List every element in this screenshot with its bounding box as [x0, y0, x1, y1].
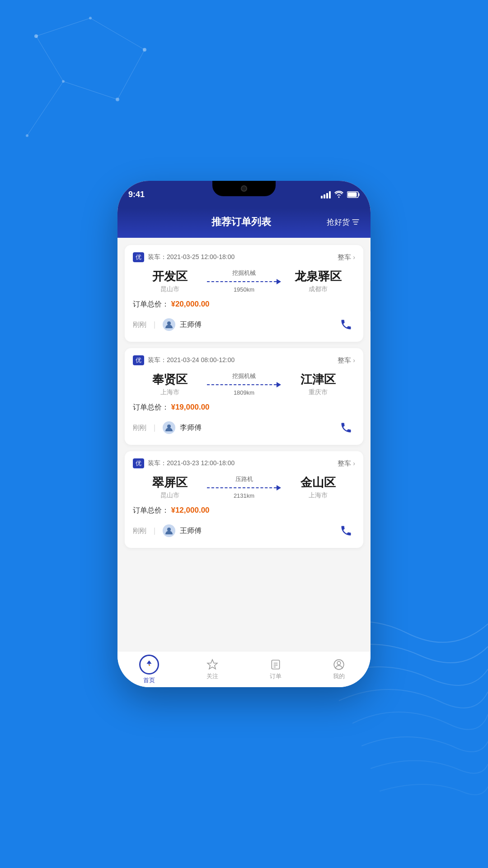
driver-row-3: 刚刚 ｜ 王师傅 [133, 522, 355, 540]
svg-line-10 [117, 50, 145, 99]
follow-icon [206, 659, 218, 670]
chevron-icon-1: › [353, 254, 355, 261]
to-location-2: 江津区 重庆市 [281, 372, 355, 396]
svg-point-0 [34, 34, 38, 38]
svg-line-8 [36, 36, 63, 81]
avatar-3 [163, 524, 175, 537]
bottom-nav: 首页 关注 订单 我的 [117, 651, 371, 687]
cargo-type-label-3: 整车 [338, 459, 351, 468]
svg-rect-14 [348, 192, 357, 197]
driver-row-2: 刚刚 ｜ 李师傅 [133, 419, 355, 437]
home-icon [144, 660, 154, 670]
order-list[interactable]: 优 装车：2021-03-25 12:00-18:00 整车 › 开发区 昆山市… [117, 238, 371, 651]
driver-row-1: 刚刚 ｜ 王师傅 [133, 316, 355, 334]
mine-icon [333, 659, 345, 670]
route-middle-1: 挖掘机械 1950km [207, 269, 281, 293]
route-section-3: 翠屏区 昆山市 压路机 2131km 金山区 上海市 [133, 475, 355, 500]
camera-notch [241, 185, 247, 192]
nav-label-follow: 关注 [206, 672, 218, 680]
call-button-3[interactable] [337, 522, 355, 540]
time-ago-2: 刚刚 [133, 424, 146, 432]
status-time: 9:41 [128, 190, 145, 199]
price-row-2: 订单总价： ¥19,000.00 [133, 403, 355, 412]
route-middle-2: 挖掘机械 1809km [207, 372, 281, 396]
route-section-1: 开发区 昆山市 挖掘机械 1950km 龙泉驿区 成都市 [133, 269, 355, 293]
order-card-1[interactable]: 优 装车：2021-03-25 12:00-18:00 整车 › 开发区 昆山市… [125, 245, 363, 342]
chevron-icon-3: › [353, 460, 355, 467]
to-location-1: 龙泉驿区 成都市 [281, 269, 355, 293]
route-arrow-3 [207, 485, 281, 491]
route-middle-3: 压路机 2131km [207, 475, 281, 499]
svg-marker-19 [207, 660, 217, 669]
svg-line-7 [90, 18, 145, 50]
grab-goods-button[interactable]: 抢好货 [327, 217, 360, 227]
you-badge-1: 优 [133, 252, 144, 262]
status-bar: 9:41 [117, 181, 371, 208]
time-ago-1: 刚刚 [133, 321, 146, 329]
from-location-1: 开发区 昆山市 [133, 269, 207, 293]
nav-label-orders: 订单 [270, 672, 282, 680]
from-location-3: 翠屏区 昆山市 [133, 475, 207, 500]
svg-point-4 [116, 98, 119, 101]
svg-point-5 [26, 134, 28, 137]
card-header-2: 优 装车：2021-03-24 08:00-12:00 整车 › [133, 355, 355, 365]
app-header: 推荐订单列表 抢好货 [117, 208, 371, 238]
svg-point-15 [167, 321, 171, 325]
you-badge-3: 优 [133, 458, 144, 468]
svg-line-11 [27, 81, 63, 136]
phone-icon-2 [340, 421, 352, 434]
phone-frame: 9:41 推荐订单列表 抢好货 [117, 181, 371, 687]
price-amount-2: ¥19,000.00 [171, 403, 209, 411]
from-location-2: 奉贤区 上海市 [133, 372, 207, 396]
nav-item-orders[interactable]: 订单 [244, 659, 307, 680]
phone-icon-3 [340, 524, 352, 537]
avatar-2 [163, 421, 175, 434]
order-card-2[interactable]: 优 装车：2021-03-24 08:00-12:00 整车 › 奉贤区 上海市… [125, 348, 363, 445]
signal-icon [321, 190, 331, 198]
status-icons [321, 190, 360, 198]
driver-name-1: 王师傅 [180, 320, 202, 330]
svg-line-9 [63, 81, 117, 99]
route-section-2: 奉贤区 上海市 挖掘机械 1809km 江津区 重庆市 [133, 372, 355, 396]
power-button [370, 280, 371, 312]
route-arrow-1 [207, 279, 281, 284]
nav-item-follow[interactable]: 关注 [181, 659, 244, 680]
cargo-type-label-2: 整车 [338, 356, 351, 365]
load-time-3: 装车：2021-03-23 12:00-18:00 [148, 459, 235, 467]
you-badge-2: 优 [133, 355, 144, 365]
order-card-3[interactable]: 优 装车：2021-03-23 12:00-18:00 整车 › 翠屏区 昆山市… [125, 451, 363, 548]
svg-point-16 [167, 425, 171, 428]
svg-point-2 [143, 48, 146, 52]
svg-point-3 [62, 80, 65, 83]
driver-name-3: 王师傅 [180, 526, 202, 536]
nav-item-home[interactable]: 首页 [117, 655, 181, 684]
svg-rect-20 [272, 660, 279, 669]
orders-icon [270, 659, 282, 670]
svg-point-1 [89, 17, 92, 19]
price-amount-1: ¥20,000.00 [171, 300, 209, 308]
to-location-3: 金山区 上海市 [281, 475, 355, 500]
svg-point-25 [337, 661, 341, 665]
nav-item-mine[interactable]: 我的 [307, 659, 371, 680]
price-amount-3: ¥12,000.00 [171, 506, 209, 514]
price-row-1: 订单总价： ¥20,000.00 [133, 300, 355, 309]
call-button-2[interactable] [337, 419, 355, 437]
nav-label-mine: 我的 [333, 672, 345, 680]
cargo-type-label-1: 整车 [338, 253, 351, 262]
battery-icon [347, 191, 360, 198]
nav-label-home: 首页 [143, 676, 155, 684]
route-arrow-2 [207, 382, 281, 387]
notch [212, 181, 276, 196]
load-time-1: 装车：2021-03-25 12:00-18:00 [148, 253, 235, 261]
home-icon-wrap [139, 655, 159, 675]
page-title: 推荐订单列表 [211, 215, 271, 229]
svg-point-17 [167, 528, 171, 531]
svg-line-6 [36, 18, 90, 36]
svg-point-18 [149, 665, 150, 666]
phone-icon-1 [340, 318, 352, 331]
price-row-3: 订单总价： ¥12,000.00 [133, 506, 355, 515]
card-header-1: 优 装车：2021-03-25 12:00-18:00 整车 › [133, 252, 355, 262]
load-time-2: 装车：2021-03-24 08:00-12:00 [148, 356, 235, 364]
call-button-1[interactable] [337, 316, 355, 334]
driver-name-2: 李师傅 [180, 423, 202, 433]
